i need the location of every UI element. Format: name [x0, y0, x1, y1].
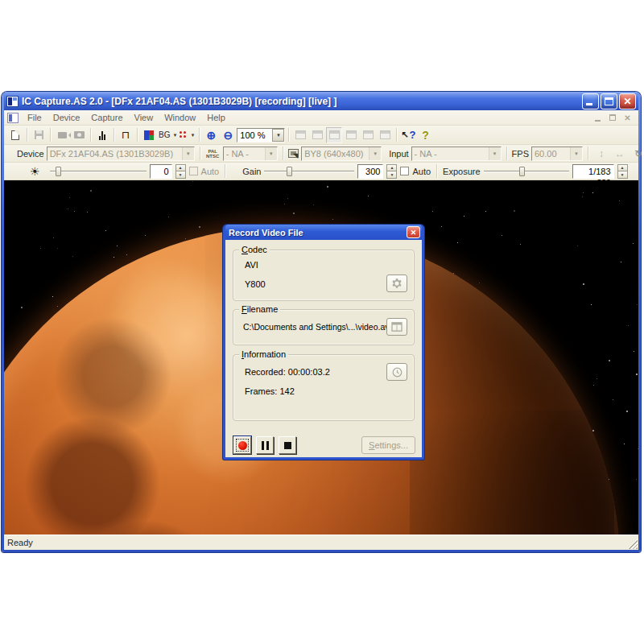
title-bar[interactable]: IC Capture.AS 2.0 - [DFx 21AF04.AS (1301… — [4, 92, 638, 110]
gain-slider-thumb[interactable] — [287, 167, 292, 176]
save-button[interactable] — [31, 127, 47, 143]
pulse-icon: ⊓ — [122, 130, 130, 140]
brightness-slider-thumb[interactable] — [56, 167, 61, 176]
fps-combo[interactable]: 60.00 ▼ — [531, 147, 583, 161]
stop-button[interactable] — [279, 436, 296, 454]
chevron-down-icon[interactable]: ▼ — [489, 147, 501, 160]
browse-window-icon — [391, 322, 402, 332]
spin-up-icon[interactable]: ▲ — [386, 164, 397, 171]
browse-button[interactable] — [386, 318, 407, 336]
color-pattern-button[interactable] — [141, 127, 157, 143]
image-editor-button[interactable] — [309, 127, 325, 143]
line-profile-button[interactable]: ⊓ — [118, 127, 134, 143]
resize-grip-icon[interactable] — [627, 539, 638, 549]
video-format-combo[interactable]: BY8 (640x480) ▼ — [301, 147, 382, 161]
gain-slider[interactable] — [264, 166, 354, 177]
menu-capture[interactable]: Capture — [85, 111, 128, 124]
brightness-value-field[interactable]: 0 — [150, 164, 172, 179]
zoom-in-button[interactable]: ⊕ — [203, 127, 219, 143]
separator — [114, 128, 114, 142]
chevron-down-icon[interactable]: ▼ — [265, 147, 277, 160]
color-pattern-icon — [144, 130, 154, 140]
menu-view[interactable]: View — [129, 111, 159, 124]
record-button[interactable] — [233, 436, 251, 454]
video-format-value: BY8 (640x480) — [302, 147, 369, 160]
device-combo[interactable]: DFx 21AF04.AS (1301B3029B) ▼ — [47, 147, 195, 161]
mdi-close-icon: ✕ — [621, 113, 634, 123]
menu-file[interactable]: File — [22, 111, 47, 124]
window-title: IC Capture.AS 2.0 - [DFx 21AF04.AS (1301… — [22, 96, 579, 107]
zoom-out-button[interactable]: ⊖ — [220, 127, 236, 143]
gain-spinner[interactable]: ▲▼ — [386, 164, 397, 179]
input-label: Input — [389, 149, 408, 159]
flip-vertical-button[interactable]: ↕ — [593, 146, 609, 162]
context-help-button[interactable]: ↖? — [400, 127, 416, 143]
maximize-button[interactable] — [601, 93, 617, 109]
close-window-button[interactable] — [377, 127, 393, 143]
status-bar: Ready — [4, 535, 638, 550]
dialog-close-button[interactable]: ✕ — [407, 226, 420, 238]
menu-help[interactable]: Help — [201, 111, 231, 124]
chevron-down-icon[interactable]: ▼ — [570, 147, 582, 160]
dialog-title-bar[interactable]: Record Video File ✕ — [225, 225, 422, 240]
rotate-button[interactable]: ↻ — [630, 146, 644, 162]
frame-window-icon — [346, 130, 357, 139]
separator — [137, 128, 138, 142]
new-file-icon — [11, 130, 19, 140]
flip-horizontal-button[interactable]: ↔ — [612, 146, 628, 162]
copy-to-clipboard-button[interactable] — [292, 127, 308, 143]
open-window-button[interactable] — [360, 127, 376, 143]
snap-image-button[interactable] — [71, 127, 87, 143]
live-display-toggle[interactable] — [326, 127, 342, 143]
help-button[interactable]: ? — [418, 127, 434, 143]
exposure-slider-thumb[interactable] — [519, 167, 525, 176]
mdi-restore-button[interactable] — [607, 113, 619, 123]
spin-up-icon[interactable]: ▲ — [617, 164, 628, 171]
record-video-button[interactable] — [54, 127, 70, 143]
brightness-spinner[interactable]: ▲▼ — [175, 164, 186, 179]
histogram-button[interactable] — [94, 127, 110, 143]
close-button[interactable]: ✕ — [619, 93, 636, 109]
mdi-minimize-button[interactable] — [592, 113, 605, 123]
mdi-document-icon[interactable] — [7, 113, 19, 123]
dot-pattern-dropdown-button[interactable]: ▼ — [179, 127, 196, 143]
information-group-label: Information — [239, 349, 288, 359]
app-icon — [6, 96, 19, 107]
separator — [27, 128, 27, 142]
brightness-auto-checkbox[interactable] — [189, 167, 198, 175]
codec-settings-button[interactable] — [386, 275, 407, 292]
separator — [225, 164, 225, 178]
exposure-value-field[interactable]: 1/183 sec — [572, 164, 614, 179]
chevron-down-icon[interactable]: ▼ — [272, 129, 284, 142]
brightness-slider[interactable] — [50, 166, 147, 177]
gain-value-field[interactable]: 300 — [357, 164, 383, 179]
mdi-close-button[interactable]: ✕ — [621, 113, 634, 123]
spin-down-icon[interactable]: ▼ — [175, 171, 186, 179]
new-file-button[interactable] — [7, 127, 23, 143]
chevron-down-icon: ▼ — [190, 133, 195, 138]
video-norm-combo[interactable]: - NA - ▼ — [223, 147, 278, 161]
separator — [288, 128, 289, 142]
edit-window-icon — [312, 130, 323, 139]
gain-auto-checkbox[interactable] — [400, 167, 409, 175]
gain-label: Gain — [242, 167, 261, 176]
menu-window[interactable]: Window — [159, 111, 201, 124]
grab-frame-button[interactable] — [343, 127, 359, 143]
chevron-down-icon[interactable]: ▼ — [369, 147, 381, 160]
exposure-slider[interactable] — [484, 166, 569, 177]
codec-name-value: Y800 — [245, 279, 266, 289]
minimize-button[interactable] — [582, 93, 599, 109]
background-dropdown-button[interactable]: BG▼ — [158, 127, 178, 143]
menu-device[interactable]: Device — [47, 111, 86, 124]
settings-button[interactable]: Settings... — [361, 436, 415, 454]
input-combo[interactable]: - NA - ▼ — [411, 147, 502, 161]
zoom-level-combo[interactable]: 100 % ▼ — [237, 128, 285, 142]
input-value: - NA - — [412, 147, 489, 160]
pause-button[interactable] — [256, 436, 274, 454]
spin-up-icon[interactable]: ▲ — [175, 164, 186, 171]
spin-down-icon[interactable]: ▼ — [386, 171, 397, 179]
chevron-down-icon[interactable]: ▼ — [182, 147, 194, 160]
timer-button[interactable] — [386, 363, 407, 381]
spin-down-icon[interactable]: ▼ — [617, 171, 628, 179]
exposure-spinner[interactable]: ▲▼ — [617, 164, 628, 179]
